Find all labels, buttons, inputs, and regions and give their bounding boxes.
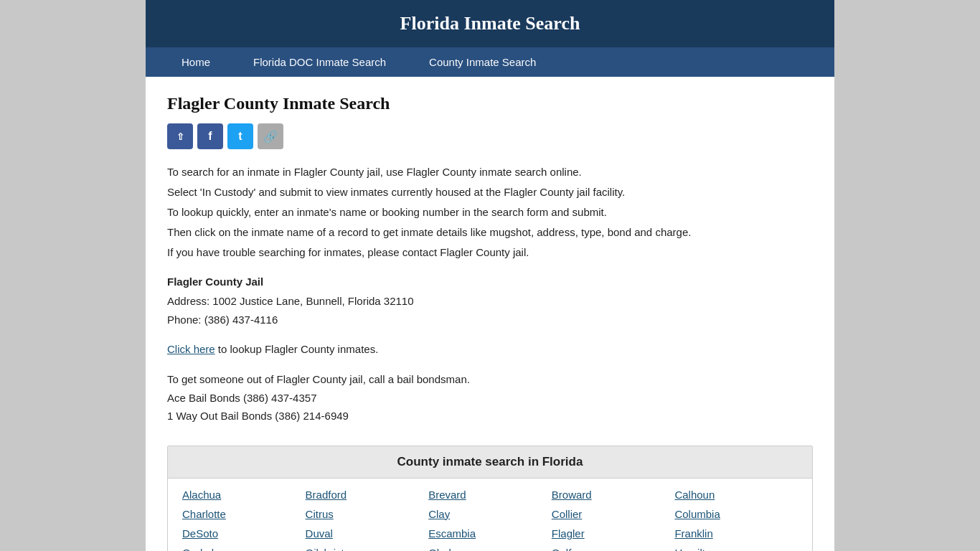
desc-line-2: Select 'In Custody' and submit to view i…: [167, 184, 813, 201]
share-button[interactable]: ⇧: [167, 123, 193, 149]
county-link[interactable]: DeSoto: [182, 526, 306, 541]
county-link[interactable]: Citrus: [306, 507, 429, 522]
jail-info: Flagler County Jail Address: 1002 Justic…: [167, 276, 813, 329]
nav-home[interactable]: Home: [160, 47, 232, 77]
description-block: To search for an inmate in Flagler Count…: [167, 164, 813, 261]
bail-info: To get someone out of Flagler County jai…: [167, 370, 813, 425]
county-link[interactable]: Gulf: [552, 545, 675, 552]
county-link[interactable]: Clay: [428, 507, 552, 522]
county-link[interactable]: Escambia: [428, 526, 552, 541]
jail-heading: Flagler County Jail: [167, 276, 813, 288]
county-grid: AlachuaBradfordBrevardBrowardCalhounChar…: [168, 479, 812, 552]
lookup-link-block: Click here to lookup Flagler County inma…: [167, 343, 813, 356]
county-link[interactable]: Glades: [428, 545, 552, 552]
desc-line-1: To search for an inmate in Flagler Count…: [167, 164, 813, 181]
twitter-button[interactable]: t: [227, 123, 253, 149]
site-title: Florida Inmate Search: [400, 13, 580, 34]
main-nav: Home Florida DOC Inmate Search County In…: [146, 47, 834, 77]
facebook-button[interactable]: f: [197, 123, 223, 149]
click-here-link[interactable]: Click here: [167, 343, 215, 355]
nav-county-search[interactable]: County Inmate Search: [407, 47, 557, 77]
county-link[interactable]: Flagler: [552, 526, 675, 541]
county-link[interactable]: Brevard: [428, 487, 552, 502]
social-buttons: ⇧ f t 🔗: [167, 123, 813, 149]
nav-doc-search[interactable]: Florida DOC Inmate Search: [232, 47, 407, 77]
jail-phone: Phone: (386) 437-4116: [167, 311, 813, 329]
county-link[interactable]: Gadsden: [182, 545, 306, 552]
county-link[interactable]: Duval: [306, 526, 429, 541]
desc-line-5: If you have trouble searching for inmate…: [167, 244, 813, 261]
county-link[interactable]: Collier: [552, 507, 675, 522]
county-section-title: County inmate search in Florida: [168, 446, 812, 479]
county-link[interactable]: Columbia: [674, 507, 798, 522]
jail-address: Address: 1002 Justice Lane, Bunnell, Flo…: [167, 292, 813, 311]
bail-2: 1 Way Out Bail Bonds (386) 214-6949: [167, 407, 813, 425]
county-link[interactable]: Broward: [552, 487, 675, 502]
county-link[interactable]: Hamilton: [674, 545, 798, 552]
county-link[interactable]: Calhoun: [674, 487, 798, 502]
bail-intro: To get someone out of Flagler County jai…: [167, 370, 813, 389]
county-link[interactable]: Charlotte: [182, 507, 306, 522]
bail-1: Ace Bail Bonds (386) 437-4357: [167, 389, 813, 408]
county-link[interactable]: Franklin: [674, 526, 798, 541]
desc-line-3: To lookup quickly, enter an inmate's nam…: [167, 204, 813, 221]
desc-line-4: Then click on the inmate name of a recor…: [167, 224, 813, 241]
page-heading: Flagler County Inmate Search: [167, 94, 813, 113]
county-link[interactable]: Alachua: [182, 487, 306, 502]
county-link[interactable]: Bradford: [306, 487, 429, 502]
click-here-suffix: to lookup Flagler County inmates.: [215, 343, 379, 355]
copy-link-button[interactable]: 🔗: [258, 123, 283, 149]
main-content: Flagler County Inmate Search ⇧ f t 🔗 To …: [146, 77, 834, 551]
site-header: Florida Inmate Search: [146, 0, 834, 47]
county-link[interactable]: Gilchrist: [306, 545, 429, 552]
county-section: County inmate search in Florida AlachuaB…: [167, 446, 813, 552]
